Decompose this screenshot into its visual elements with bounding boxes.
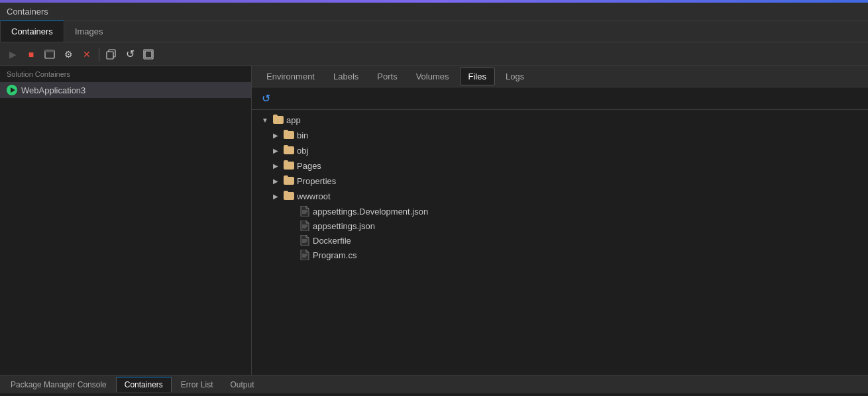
title-bar: Containers: [0, 3, 868, 21]
tab-labels[interactable]: Labels: [325, 68, 366, 85]
folder-icon: [284, 145, 294, 156]
container-status-icon: [7, 85, 17, 95]
tree-item-dockerfile[interactable]: Dockerfile: [252, 233, 868, 248]
svg-rect-1: [45, 50, 54, 52]
tab-containers[interactable]: Containers: [0, 21, 64, 42]
chevron-right-icon: ▶: [270, 130, 281, 141]
tree-item-app-label: app: [286, 115, 301, 125]
tree-item-bin[interactable]: ▶ bin: [252, 128, 868, 143]
files-refresh-button[interactable]: ↺: [257, 90, 274, 107]
file-icon: [299, 250, 310, 260]
stop-button[interactable]: ■: [23, 46, 40, 63]
delete-button[interactable]: ✕: [78, 46, 95, 63]
chevron-right-icon: ▶: [270, 161, 281, 172]
bottom-tab-package-manager[interactable]: Package Manager Console: [3, 377, 115, 392]
tree-item-wwwroot-label: wwwroot: [297, 191, 331, 201]
solution-containers-label: Solution Containers: [0, 66, 251, 82]
file-icon: [299, 206, 310, 217]
bottom-tab-bar: Package Manager Console Containers Error…: [0, 375, 868, 393]
tab-ports[interactable]: Ports: [369, 68, 405, 85]
svg-rect-3: [107, 52, 113, 59]
play-button[interactable]: ▶: [4, 46, 21, 63]
right-toolbar: ↺: [252, 87, 868, 110]
right-panel: Environment Labels Ports Volumes Files L…: [252, 66, 868, 375]
tree-item-program-cs-label: Program.cs: [313, 250, 356, 260]
tree-item-obj-label: obj: [297, 146, 308, 156]
main-tab-row: Containers Images: [0, 21, 868, 42]
tree-item-pages[interactable]: ▶ Pages: [252, 158, 868, 173]
container-name: WebApplication3: [21, 85, 85, 95]
folder-icon: [284, 191, 294, 202]
folder-icon: [284, 130, 294, 141]
left-panel: Solution Containers WebApplication3: [0, 66, 252, 375]
tab-images[interactable]: Images: [64, 21, 114, 42]
folder-icon: [284, 175, 294, 187]
chevron-down-icon: ▼: [260, 115, 270, 126]
tree-item-properties-label: Properties: [297, 176, 336, 186]
tree-item-program-cs[interactable]: Program.cs: [252, 248, 868, 262]
svg-rect-5: [145, 51, 152, 58]
tree-item-app[interactable]: ▼ app: [252, 113, 868, 128]
tab-environment[interactable]: Environment: [258, 68, 323, 85]
folder-icon: [284, 160, 294, 172]
app-window: Containers Containers Images ▶ ■ ⚙ ✕: [0, 0, 868, 393]
chevron-right-icon: ▶: [270, 146, 281, 156]
toolbar-separator: [99, 48, 99, 61]
tree-item-appsettings-label: appsettings.json: [313, 221, 375, 231]
folder-icon: [273, 115, 284, 126]
refresh-button[interactable]: ↺: [121, 46, 138, 63]
terminal-button[interactable]: [41, 46, 58, 63]
file-tree[interactable]: ▼ app ▶: [252, 110, 868, 375]
container-item-webapp[interactable]: WebApplication3: [0, 82, 251, 98]
chevron-right-icon: ▶: [270, 191, 281, 202]
window-title: Containers: [7, 7, 48, 17]
tree-item-properties[interactable]: ▶ Properties: [252, 173, 868, 189]
bottom-tab-output[interactable]: Output: [222, 377, 262, 392]
tab-logs[interactable]: Logs: [498, 68, 532, 85]
copy2-button[interactable]: [140, 46, 157, 63]
tree-item-bin-label: bin: [297, 130, 308, 140]
settings-button[interactable]: ⚙: [60, 46, 77, 63]
right-tab-row: Environment Labels Ports Volumes Files L…: [252, 66, 868, 87]
tab-files[interactable]: Files: [460, 68, 495, 85]
main-toolbar: ▶ ■ ⚙ ✕ ↺: [0, 42, 868, 66]
content-area: Solution Containers WebApplication3 Envi…: [0, 66, 868, 375]
bottom-tab-containers[interactable]: Containers: [116, 377, 172, 392]
tree-item-obj[interactable]: ▶ obj: [252, 143, 868, 158]
tree-item-wwwroot[interactable]: ▶ wwwroot: [252, 189, 868, 204]
file-icon: [299, 235, 310, 246]
chevron-right-icon: ▶: [270, 176, 281, 187]
copy-button[interactable]: [103, 46, 120, 63]
tree-item-pages-label: Pages: [297, 161, 321, 171]
tree-item-appsettings[interactable]: appsettings.json: [252, 219, 868, 233]
file-icon: [299, 221, 310, 231]
tree-item-dockerfile-label: Dockerfile: [313, 236, 351, 246]
tree-item-appsettings-dev[interactable]: appsettings.Development.json: [252, 204, 868, 219]
refresh-icon: ↺: [262, 92, 270, 105]
tab-volumes[interactable]: Volumes: [408, 68, 457, 85]
bottom-tab-error-list[interactable]: Error List: [173, 377, 221, 392]
tree-item-appsettings-dev-label: appsettings.Development.json: [313, 207, 428, 217]
